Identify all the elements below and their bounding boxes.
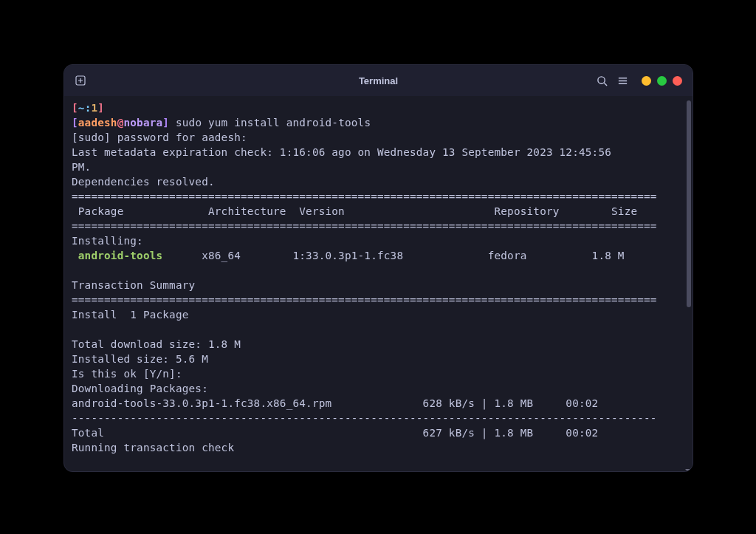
job-number: 1	[91, 102, 97, 114]
separator-mid: ========================================…	[72, 219, 685, 233]
pm-line: PM.	[72, 160, 685, 174]
install-count: Install 1 Package	[72, 307, 685, 322]
blank-1	[72, 263, 685, 278]
installed-size: Installed size: 5.6 M	[72, 352, 685, 366]
package-name: android-tools	[72, 250, 202, 261]
scrollbar[interactable]	[687, 100, 691, 307]
transaction-summary: Transaction Summary	[72, 278, 685, 292]
blank-2	[72, 322, 685, 337]
bracket-close: ]	[97, 102, 104, 114]
table-header: Package Architecture Version Repository …	[72, 204, 685, 219]
user: aadesh	[78, 117, 117, 129]
metadata-line: Last metadata expiration check: 1:16:06 …	[72, 145, 685, 160]
scroll-down-icon[interactable]	[685, 462, 691, 468]
bracket-open: [	[72, 102, 78, 114]
separator-top: ========================================…	[72, 189, 685, 204]
package-details: x86_64 1:33.0.3p1-1.fc38 fedora 1.8 M	[202, 250, 624, 261]
titlebar: Terminal	[64, 65, 693, 96]
package-row: android-tools x86_64 1:33.0.3p1-1.fc38 f…	[72, 248, 685, 263]
total-line: Total 627 kB/s | 1.8 MB 00:02	[72, 425, 685, 440]
dependencies-line: Dependencies resolved.	[72, 174, 685, 189]
command-text: sudo yum install android-tools	[169, 117, 371, 129]
sudo-password-line: [sudo] password for aadesh:	[72, 130, 685, 145]
prompt-line-1: [~:1]	[72, 100, 685, 115]
hostname: nobara	[123, 117, 162, 129]
terminal-window: Terminal [~:1	[63, 64, 693, 472]
rpm-download-line: android-tools-33.0.3p1-1.fc38.x86_64.rpm…	[72, 396, 685, 411]
bracket-close-2: ]	[162, 117, 169, 129]
separator-bot: ========================================…	[72, 292, 685, 307]
hamburger-menu-icon[interactable]	[616, 75, 628, 86]
downloading-label: Downloading Packages:	[72, 381, 685, 396]
prompt-line-2: [aadesh@nobara] sudo yum install android…	[72, 115, 685, 130]
running-check: Running transaction check	[72, 440, 685, 455]
svg-line-4	[604, 83, 607, 86]
download-size: Total download size: 1.8 M	[72, 337, 685, 352]
installing-label: Installing:	[72, 233, 685, 248]
minimize-button[interactable]	[642, 76, 651, 86]
confirm-prompt: Is this ok [Y/n]:	[72, 366, 685, 381]
search-icon[interactable]	[596, 75, 608, 86]
new-tab-icon[interactable]	[75, 75, 86, 86]
svg-point-3	[597, 76, 604, 83]
window-controls	[642, 76, 682, 86]
bracket-open-2: [	[72, 117, 78, 129]
cwd-tilde: ~	[78, 102, 85, 114]
titlebar-right	[596, 75, 682, 86]
dash-separator: ----------------------------------------…	[72, 411, 685, 425]
close-button[interactable]	[673, 76, 682, 86]
maximize-button[interactable]	[657, 76, 667, 86]
terminal-body[interactable]: [~:1] [aadesh@nobara] sudo yum install a…	[64, 96, 693, 471]
titlebar-left	[75, 75, 86, 86]
window-title: Terminal	[359, 75, 398, 86]
